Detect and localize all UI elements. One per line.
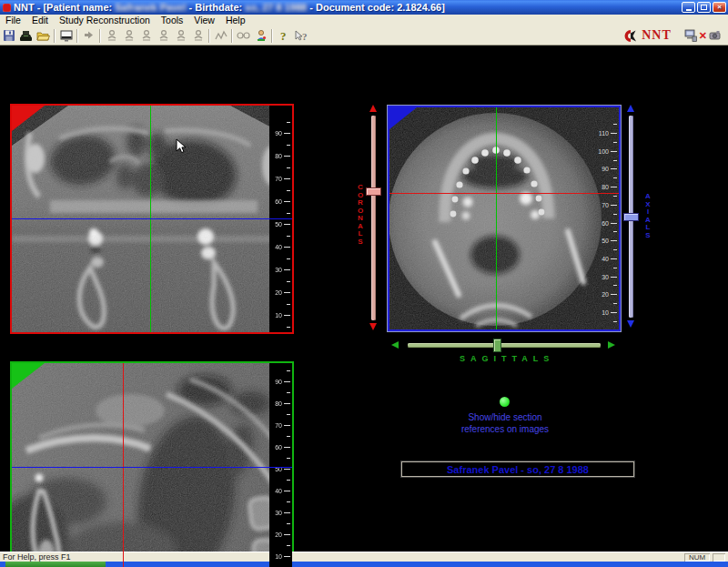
num-lock-indicator: NUM bbox=[684, 553, 710, 562]
menu-view[interactable]: View bbox=[188, 15, 220, 26]
view-layout-2-icon-disabled bbox=[120, 28, 137, 44]
nnt-brand: NNT bbox=[623, 28, 672, 43]
sagittal-ruler: 908070605040302010 bbox=[268, 363, 291, 567]
axials-slider-handle[interactable] bbox=[623, 213, 639, 221]
sagittal-ct-image bbox=[12, 363, 292, 567]
toolbar-separator bbox=[54, 29, 56, 43]
sagittal-crosshair-vertical-red[interactable] bbox=[123, 363, 124, 567]
svg-text:?: ? bbox=[302, 31, 308, 42]
title-prefix: NNT - [Patient name: bbox=[14, 2, 115, 13]
nnt-brand-text: NNT bbox=[642, 28, 672, 43]
toolbar: ? ? NNT ✕ bbox=[0, 26, 728, 46]
title-document-code: - Document code: 2.1824.66] bbox=[307, 2, 445, 13]
svg-text:?: ? bbox=[280, 29, 287, 42]
sagittal-view[interactable]: 908070605040302010 bbox=[10, 361, 294, 567]
toolbar-separator bbox=[76, 29, 78, 43]
show-hide-references-button[interactable] bbox=[500, 397, 510, 407]
view-layout-6-icon-disabled bbox=[189, 28, 207, 44]
title-patient-name: Safranek Pavel bbox=[115, 2, 186, 13]
title-birthdate: so, 27 8 1988 bbox=[245, 2, 307, 13]
monitor-layout-icon[interactable] bbox=[57, 28, 75, 44]
statusbar: For Help, press F1 NUM bbox=[0, 552, 728, 562]
acquire-icon-disabled bbox=[80, 28, 97, 44]
menu-tools[interactable]: Tools bbox=[156, 15, 189, 26]
menu-file[interactable]: File bbox=[0, 15, 26, 26]
restore-button[interactable] bbox=[697, 2, 711, 13]
nnt-application-window: NNT - [Patient name: Safranek Pavel - Bi… bbox=[0, 0, 728, 567]
view-layout-1-icon-disabled bbox=[103, 28, 120, 44]
help-icon[interactable]: ? bbox=[275, 28, 292, 44]
sagittals-slider-handle[interactable] bbox=[493, 339, 501, 352]
scanner-icon bbox=[709, 30, 721, 41]
view-layout-5-icon-disabled bbox=[172, 28, 189, 44]
menu-help[interactable]: Help bbox=[220, 15, 251, 26]
show-hide-references-label: Show/hide section references on images bbox=[419, 411, 592, 435]
menu-edit[interactable]: Edit bbox=[26, 15, 54, 26]
axial-view[interactable]: 110100908070605040302010 bbox=[388, 106, 621, 331]
taskbar-sliver bbox=[0, 562, 728, 567]
nnt-app-icon bbox=[3, 4, 11, 12]
scanner-connection-status: ✕ bbox=[684, 29, 721, 42]
coronals-slider-up-button[interactable] bbox=[369, 105, 377, 112]
workspace: 908070605040302010 bbox=[0, 46, 728, 552]
coronal-crosshair-horizontal-blue[interactable] bbox=[12, 218, 292, 219]
disconnected-x-icon: ✕ bbox=[699, 31, 707, 41]
coronal-view[interactable]: 908070605040302010 bbox=[10, 104, 294, 334]
coronal-corner-marker bbox=[12, 106, 45, 131]
axial-corner-marker bbox=[389, 107, 417, 129]
open-folder-icon[interactable] bbox=[35, 28, 52, 44]
view-layout-3-icon-disabled bbox=[137, 28, 155, 44]
view-layout-4-icon-disabled bbox=[155, 28, 172, 44]
stereo-glasses-icon-disabled bbox=[235, 28, 252, 44]
print-icon[interactable] bbox=[17, 28, 35, 44]
title-mid: - Birthdate: bbox=[187, 2, 246, 13]
toolbar-separator bbox=[208, 29, 210, 43]
start-button-fragment bbox=[5, 562, 106, 567]
menubar: File Edit Study Reconstruction Tools Vie… bbox=[0, 15, 728, 26]
axial-crosshair-vertical-green[interactable] bbox=[496, 107, 497, 329]
profile-curve-icon-disabled bbox=[212, 28, 229, 44]
coronals-slider-handle[interactable] bbox=[366, 187, 381, 196]
titlebar: NNT - [Patient name: Safranek Pavel - Bi… bbox=[0, 0, 728, 15]
workstation-icon bbox=[684, 29, 697, 42]
sagittals-slider-right-button[interactable] bbox=[608, 341, 615, 349]
axial-ruler: 110100908070605040302010 bbox=[594, 107, 618, 329]
axials-slider-up-button[interactable] bbox=[627, 105, 634, 112]
toolbar-separator bbox=[231, 29, 233, 43]
sagittals-slider-track[interactable] bbox=[408, 343, 601, 348]
patient-caption-text: Safranek Pavel - so, 27 8 1988 bbox=[447, 464, 589, 475]
context-help-icon[interactable]: ? bbox=[292, 28, 309, 44]
axial-crosshair-horizontal-red[interactable] bbox=[389, 193, 619, 194]
coronals-slider-label: C O R O N A L S bbox=[356, 184, 365, 246]
menu-study-reconstruction[interactable]: Study Reconstruction bbox=[54, 15, 156, 26]
axial-ct-image bbox=[389, 107, 619, 329]
window-title: NNT - [Patient name: Safranek Pavel - Bi… bbox=[14, 2, 445, 13]
nnt-logo-icon bbox=[623, 29, 639, 43]
close-button[interactable]: × bbox=[713, 2, 726, 13]
mouse-cursor bbox=[176, 138, 187, 155]
patient-caption-box: Safranek Pavel - so, 27 8 1988 bbox=[401, 461, 634, 477]
sagittal-crosshair-horizontal-blue[interactable] bbox=[12, 467, 292, 468]
save-icon[interactable] bbox=[0, 28, 17, 44]
axials-slider-down-button[interactable] bbox=[627, 320, 634, 328]
axials-slider-label: A X I A L S bbox=[643, 193, 652, 239]
toolbar-separator bbox=[271, 29, 273, 43]
sagittals-slider-left-button[interactable] bbox=[391, 341, 399, 349]
statusbar-grip bbox=[713, 553, 725, 562]
sagittals-slider-label: SAGITTALS bbox=[460, 354, 554, 363]
toolbar-separator bbox=[99, 29, 101, 43]
sagittal-corner-marker bbox=[12, 363, 45, 389]
minimize-button[interactable] bbox=[682, 2, 695, 13]
coronals-slider-track[interactable] bbox=[371, 116, 376, 320]
coronals-slider-down-button[interactable] bbox=[369, 323, 377, 330]
volume-rendering-icon[interactable] bbox=[252, 28, 269, 44]
